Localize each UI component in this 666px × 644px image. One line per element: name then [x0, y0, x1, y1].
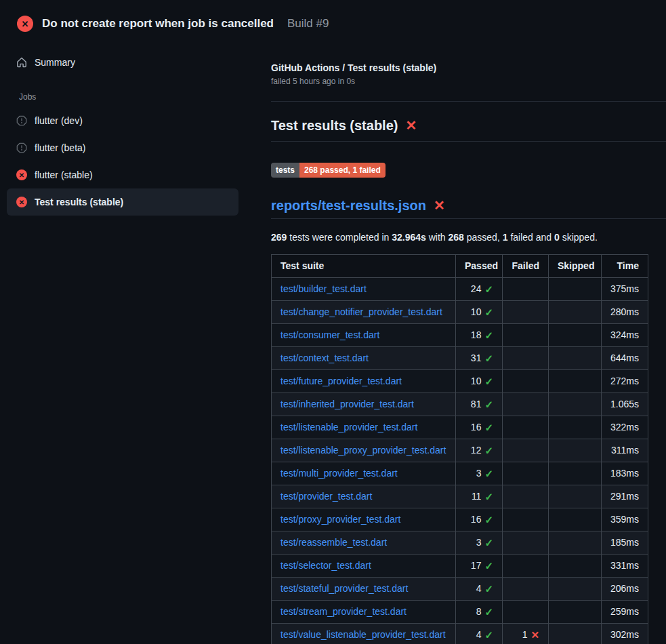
- test-suite-link[interactable]: test/value_listenable_provider_test.dart: [280, 629, 446, 640]
- sidebar-job-item[interactable]: flutter (dev): [7, 107, 238, 134]
- passed-cell: 81 ✓: [456, 393, 503, 416]
- test-suite-link[interactable]: test/consumer_test.dart: [280, 329, 379, 340]
- test-suite-cell: test/change_notifier_provider_test.dart: [272, 300, 456, 323]
- passed-cell: 10 ✓: [456, 300, 503, 323]
- time-cell: 324ms: [602, 323, 648, 346]
- sidebar-item-label: Test results (stable): [35, 197, 123, 207]
- badge-value: 268 passed, 1 failed: [299, 163, 386, 178]
- table-row: test/consumer_test.dart 18 ✓ 324ms: [272, 323, 648, 346]
- test-suite-cell: test/reassemble_test.dart: [272, 531, 456, 554]
- passed-count: 24: [471, 283, 482, 296]
- test-suite-link[interactable]: test/listenable_provider_test.dart: [280, 422, 417, 432]
- skipped-cell: [549, 462, 602, 485]
- check-run-header: ✕ Do not create report when job is cance…: [0, 0, 666, 38]
- test-suite-link[interactable]: test/multi_provider_test.dart: [280, 468, 398, 479]
- check-icon: ✓: [484, 283, 493, 296]
- check-icon: ✓: [484, 329, 493, 342]
- section-title-row: Test results (stable) ✕: [271, 117, 666, 142]
- check-icon: ✓: [484, 444, 493, 457]
- test-suite-link[interactable]: test/selector_test.dart: [280, 560, 371, 571]
- check-icon: ✓: [484, 352, 493, 365]
- test-suite-link[interactable]: test/reassemble_test.dart: [280, 537, 387, 548]
- table-row: test/builder_test.dart 24 ✓ 375ms: [272, 277, 648, 300]
- passed-cell: 12 ✓: [456, 439, 503, 462]
- table-row: test/listenable_proxy_provider_test.dart…: [272, 439, 648, 462]
- test-suite-link[interactable]: test/builder_test.dart: [280, 283, 367, 294]
- table-row: test/selector_test.dart 17 ✓ 331ms: [272, 554, 648, 577]
- build-number: Build #9: [287, 17, 329, 31]
- failed-cell: [503, 600, 549, 623]
- test-suite-link[interactable]: test/change_notifier_provider_test.dart: [280, 306, 442, 317]
- tests-badge: tests 268 passed, 1 failed: [271, 163, 386, 178]
- test-suite-cell: test/stream_provider_test.dart: [272, 600, 456, 623]
- test-suite-link[interactable]: test/listenable_proxy_provider_test.dart: [280, 445, 446, 456]
- failed-cell: 1 ✕: [503, 623, 549, 644]
- time-cell: 311ms: [602, 439, 648, 462]
- time-cell: 302ms: [602, 623, 648, 644]
- passed-count: 10: [471, 375, 482, 388]
- table-row: test/stream_provider_test.dart 8 ✓ 259ms: [272, 600, 648, 623]
- time-cell: 644ms: [602, 346, 648, 369]
- divider: [271, 101, 666, 102]
- sidebar: Summary Jobs flutter (dev) flutter (beta…: [0, 38, 271, 216]
- table-row: test/context_test.dart 31 ✓ 644ms: [272, 346, 648, 369]
- passed-count: 4: [476, 582, 482, 595]
- sidebar-job-item[interactable]: flutter (beta): [7, 134, 238, 161]
- sidebar-job-item[interactable]: ✕ flutter (stable): [7, 161, 238, 188]
- red-x-icon: ✕: [434, 199, 445, 212]
- passed-cell: 3 ✓: [456, 462, 503, 485]
- passed-count: 11: [472, 490, 482, 503]
- table-row: test/value_listenable_provider_test.dart…: [272, 623, 648, 644]
- failed-cell: [503, 531, 549, 554]
- test-suite-link[interactable]: test/inherited_provider_test.dart: [280, 399, 414, 409]
- skipped-cell: [549, 393, 602, 416]
- sidebar-item-label: Summary: [35, 57, 75, 68]
- test-suite-link[interactable]: test/provider_test.dart: [280, 491, 372, 502]
- test-suite-link[interactable]: test/proxy_provider_test.dart: [280, 514, 400, 525]
- test-suite-link[interactable]: test/stateful_provider_test.dart: [280, 583, 408, 594]
- test-suite-link[interactable]: test/stream_provider_test.dart: [280, 606, 407, 617]
- check-icon: ✓: [484, 559, 493, 572]
- table-row: test/inherited_provider_test.dart 81 ✓ 1…: [272, 393, 648, 416]
- column-header-passed: Passed: [456, 254, 503, 277]
- passed-count: 3: [476, 536, 482, 549]
- table-row: test/listenable_provider_test.dart 16 ✓ …: [272, 416, 648, 439]
- skipped-cell: [549, 300, 602, 323]
- failed-cell: [503, 439, 549, 462]
- skipped-cell: [549, 416, 602, 439]
- table-row: test/stateful_provider_test.dart 4 ✓ 206…: [272, 577, 648, 600]
- passed-cell: 10 ✓: [456, 369, 503, 393]
- passed-count: 3: [476, 467, 482, 480]
- results-table-body: test/builder_test.dart 24 ✓ 375ms test/c…: [272, 277, 648, 644]
- time-cell: 359ms: [602, 508, 648, 531]
- sidebar-item-label: flutter (dev): [35, 115, 83, 126]
- test-suite-cell: test/multi_provider_test.dart: [272, 462, 456, 485]
- test-suite-cell: test/value_listenable_provider_test.dart: [272, 623, 456, 644]
- test-suite-cell: test/context_test.dart: [272, 346, 456, 369]
- column-header-test-suite: Test suite: [272, 254, 456, 277]
- sidebar-job-item[interactable]: ✕ Test results (stable): [7, 188, 238, 216]
- check-icon: ✓: [484, 490, 493, 503]
- column-header-failed: Failed: [503, 254, 549, 277]
- sidebar-item-summary[interactable]: Summary: [7, 49, 238, 76]
- red-x-icon: ✕: [405, 119, 417, 132]
- failed-count: 1: [522, 628, 528, 641]
- passed-count: 16: [471, 513, 482, 526]
- time-cell: 280ms: [602, 300, 648, 323]
- test-suite-cell: test/stateful_provider_test.dart: [272, 577, 456, 600]
- test-suite-link[interactable]: test/context_test.dart: [280, 353, 369, 363]
- table-row: test/proxy_provider_test.dart 16 ✓ 359ms: [272, 508, 648, 531]
- time-cell: 185ms: [602, 531, 648, 554]
- test-suite-link[interactable]: test/future_provider_test.dart: [280, 376, 402, 386]
- sidebar-item-label: flutter (beta): [35, 142, 85, 153]
- column-header-time: Time: [602, 254, 648, 277]
- main-content: GitHub Actions / Test results (stable) f…: [271, 38, 666, 644]
- skipped-cell: [549, 623, 602, 644]
- test-results-table: Test suite Passed Failed Skipped Time te…: [271, 254, 648, 644]
- failed-cell: [503, 462, 549, 485]
- report-file-link[interactable]: reports/test-results.json: [271, 197, 426, 214]
- check-icon: ✓: [484, 536, 493, 549]
- failed-cell: [503, 485, 549, 508]
- test-suite-cell: test/proxy_provider_test.dart: [272, 508, 456, 531]
- jobs-list: flutter (dev) flutter (beta) ✕ flutter (…: [7, 107, 238, 216]
